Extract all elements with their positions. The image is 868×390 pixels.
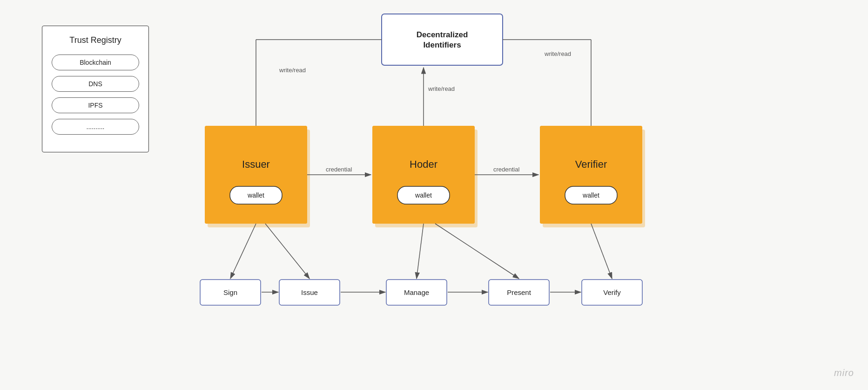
svg-line-25 <box>230 224 256 279</box>
sign-label: Sign <box>223 288 237 296</box>
issuer-credential-label: credential <box>326 166 352 173</box>
hoder-write-read-label: write/read <box>428 85 455 92</box>
present-label: Present <box>507 288 532 296</box>
issue-label: Issue <box>301 288 318 296</box>
svg-rect-7 <box>372 126 475 224</box>
registry-item-blockchain: Blockchain <box>52 55 139 70</box>
svg-line-29 <box>591 224 612 279</box>
trust-registry-title: Trust Registry <box>52 35 139 45</box>
miro-watermark: miro <box>834 368 854 378</box>
registry-item-ipfs: IPFS <box>52 97 139 113</box>
main-diagram: Decentralized Identifiers Issuer wallet … <box>172 0 847 390</box>
hoder-credential-label: credential <box>493 166 519 173</box>
verifier-write-read-label: write/read <box>544 50 571 57</box>
issuer-wallet-label: wallet <box>247 192 264 199</box>
registry-item-other: .......... <box>52 119 139 135</box>
did-title-line2: Identifiers <box>423 41 461 49</box>
verify-label: Verify <box>603 288 621 296</box>
svg-line-27 <box>417 224 424 279</box>
issuer-label: Issuer <box>242 158 270 170</box>
svg-rect-3 <box>205 126 307 224</box>
did-title-line1: Decentralized <box>417 30 468 39</box>
verifier-wallet-label: wallet <box>582 192 599 199</box>
svg-line-28 <box>435 224 519 279</box>
issuer-write-read-label: write/read <box>279 67 306 74</box>
manage-label: Manage <box>404 288 429 296</box>
hoder-wallet-label: wallet <box>415 192 432 199</box>
registry-item-dns: DNS <box>52 76 139 92</box>
svg-rect-0 <box>382 14 503 65</box>
trust-registry-box: Trust Registry Blockchain DNS IPFS .....… <box>42 26 149 152</box>
verifier-label: Verifier <box>575 158 607 170</box>
svg-line-26 <box>265 224 310 279</box>
svg-rect-11 <box>540 126 642 224</box>
hoder-label: Hoder <box>410 158 437 170</box>
